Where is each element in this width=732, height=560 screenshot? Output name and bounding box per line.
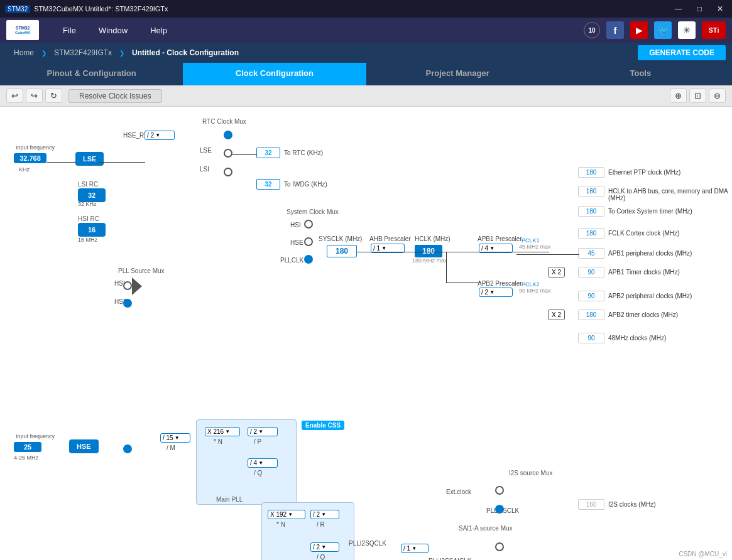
hsi-value-box: 16 [78,223,106,237]
zoom-fit-button[interactable]: ⊡ [689,89,706,103]
clk48-value: 90 [578,333,604,343]
enable-css-button[interactable]: Enable CSS [302,421,344,430]
input-freq-label-2: Input frequency [16,433,55,439]
plli2s-q-label: / Q [317,554,325,560]
lse-unit-label: KHz [19,166,30,173]
pll-p-select[interactable]: / 2▼ [248,427,278,436]
tab-pinout[interactable]: Pinout & Configuration [0,63,183,85]
wire-lse-2 [99,162,145,163]
zoom-out-button[interactable]: ⊖ [709,89,726,103]
pclk2-max-label: 90 MHz max [519,288,551,294]
wire-apb1-out [516,254,579,255]
apb2-peri-label: APB2 peripheral clocks (MHz) [608,293,692,299]
plli2s-r-select[interactable]: / 2▼ [310,510,339,519]
close-button[interactable]: ✕ [713,3,727,14]
menu-icon-area: 10 f ▶ 🐦 ✳ STi [584,21,726,39]
clk48-label: 48MHz clocks (MHz) [608,335,666,342]
pll-q-label: / Q [254,470,262,477]
resolve-clock-issues-button[interactable]: Resolve Clock Issues [68,89,162,103]
toolbar: ↩ ↪ ↻ Resolve Clock Issues ⊕ ⊡ ⊖ [0,85,732,107]
network-icon: ✳ [678,21,696,39]
pll-n-label: * N [214,438,222,445]
pllclk-mux-label: PLLCLK [280,257,303,264]
apb2-timer-value: 180 [578,310,604,320]
stm32-logo: STM32 CubeMX [6,20,39,40]
lsi-wire-label: LSI [200,166,209,173]
hclk-ahb-label: HCLK to AHB bus, core, memory and DMA (M… [608,188,732,202]
apb2-prescaler-select[interactable]: / 2▼ [479,288,513,297]
hse-rtc-div-select[interactable]: / 2▼ [145,131,175,140]
rtc-mux-lsi[interactable] [224,168,232,176]
apb1-peri-value: 45 [578,248,604,259]
system-clk-mux-label: System Clock Mux [287,208,339,215]
menu-file[interactable]: File [52,22,87,39]
i2s-mux-pll[interactable] [495,505,504,514]
pclk1-max-label: 45 MHz max [519,244,551,250]
clock-canvas: RTC Clock Mux HSE_RTC Input frequency 32… [0,107,732,560]
sysclk-mux-pllclk[interactable] [304,255,313,264]
menu-window[interactable]: Window [87,22,139,39]
maximize-button[interactable]: □ [694,3,706,14]
refresh-button[interactable]: ↻ [45,89,62,103]
generate-code-button[interactable]: GENERATE CODE [638,45,726,60]
sysclk-label: SYSCLK (MHz) [319,235,362,242]
hsi-mux-label: HSI [290,222,301,229]
i2s-div-select[interactable]: / 1▼ [401,544,429,553]
pll-q-select[interactable]: / 4▼ [248,458,278,468]
pll-m-select[interactable]: / 15▼ [160,433,190,443]
undo-button[interactable]: ↩ [6,89,23,103]
main-pll-label: Main PLL [216,496,243,503]
youtube-icon: ▶ [630,21,648,39]
i2s-mux-ext[interactable] [495,486,504,495]
twitter-icon: 🐦 [654,21,672,39]
plli2s-n-select[interactable]: X 192▼ [268,510,305,519]
hse-box[interactable]: HSE [69,439,99,453]
apb1-timer-value: 90 [578,267,604,277]
app-icon: STM32 [5,5,30,13]
plli2s-r-label: / R [317,521,325,528]
hse-range-label: 4-26 MHz [14,455,38,461]
pll-mux-hse[interactable] [123,299,132,308]
badge-icon: 10 [584,22,600,38]
minimize-button[interactable]: — [671,3,686,14]
hclk-value: 180 [415,245,442,257]
apb2-peri-value: 90 [578,291,604,301]
apb2-x2-box: X 2 [548,310,565,320]
cortex-timer-value: 180 [578,206,604,217]
rtc-mux-lse[interactable] [224,149,232,158]
eth-ptp-value: 180 [578,167,604,178]
plli2s-q-select[interactable]: / 2▼ [310,542,339,552]
facebook-icon: f [606,21,624,39]
nav-config[interactable]: Untitled - Clock Configuration [124,46,246,60]
nav-device[interactable]: STM32F429IGTx [46,46,119,60]
i2s-clk-value: 160 [578,499,604,510]
lse-box[interactable]: LSE [75,152,104,166]
pll-src-mux-label: PLL Source Mux [118,267,165,274]
to-iwdg-label: To IWDG (KHz) [284,181,327,188]
lse-freq-value[interactable]: 32.768 [14,153,46,163]
hclk-max-label: 180 MHz max [412,257,447,264]
plli2sqclk-label: PLLI2SQCLK [349,540,386,547]
tab-clock[interactable]: Clock Configuration [183,63,366,85]
zoom-in-button[interactable]: ⊕ [670,89,687,103]
menu-help[interactable]: Help [139,22,178,39]
apb2-prescaler-label: APB2 Prescaler [478,280,522,287]
nav-arrow-1: ❯ [41,50,46,57]
iwdg-output-value: 32 [256,179,280,190]
sai1a-mux-c1[interactable] [495,542,504,551]
sysclk-mux-hsi[interactable] [304,220,313,229]
nav-home[interactable]: Home [6,46,41,60]
tab-tools[interactable]: Tools [549,63,732,85]
tab-project[interactable]: Project Manager [366,63,549,85]
rtc-mux-hse[interactable] [224,131,232,139]
sysclk-mux-hse[interactable] [304,237,313,246]
hse-active-circle[interactable] [123,444,132,453]
sti-logo: STi [702,21,726,39]
pll-n-select[interactable]: X 216▼ [205,427,240,436]
pll-m-label: / M [167,444,175,451]
pll-mux-hsi[interactable] [123,281,132,290]
hsi-rc-label: HSI RC [78,215,99,222]
redo-button[interactable]: ↪ [26,89,43,103]
apb1-peri-label: APB1 peripheral clocks (MHz) [608,250,692,257]
hse-freq-value[interactable]: 25 [14,442,41,452]
